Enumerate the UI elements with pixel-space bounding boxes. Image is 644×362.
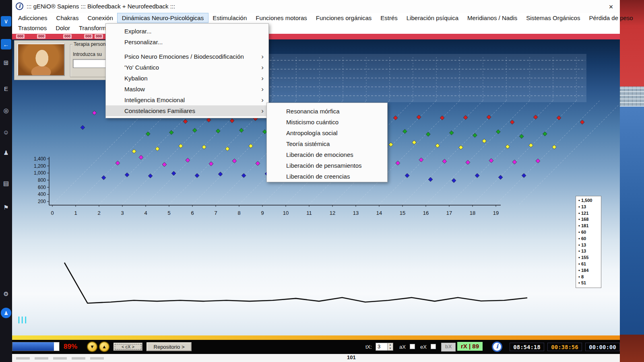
menu-item-label: Maslow xyxy=(124,86,145,93)
menu-bar-row-1: AdiccionesChakrasConexiónDinámicas Neuro… xyxy=(14,13,620,23)
therapy-group-label: Terapia person xyxy=(72,41,107,47)
tx-value: 3 xyxy=(378,343,380,350)
edge-app-icon[interactable]: E xyxy=(1,83,11,94)
submenu-arrow-icon: › xyxy=(261,62,264,73)
circle-up-button[interactable]: ▲ xyxy=(99,341,109,352)
submenu-item-liberacion-de-creencias[interactable]: Liberación de creencias xyxy=(267,171,387,182)
menu-item-estimulacion[interactable]: Estimulación xyxy=(208,13,251,23)
legend-value: • 181 xyxy=(578,223,601,229)
menu-item-dolor[interactable]: Dolor xyxy=(51,23,74,33)
menu-item-liberacion-psiquica[interactable]: Liberación psíquica xyxy=(402,13,463,23)
svg-text:7: 7 xyxy=(214,210,217,216)
cx-button[interactable]: < cX > xyxy=(114,343,142,351)
submenu-item-liberacion-de-pensamientos[interactable]: Liberación de pensamientos xyxy=(267,160,387,171)
repositorio-button[interactable]: Repositorio > xyxy=(147,342,192,351)
menu-item-estres[interactable]: Estrés xyxy=(376,13,402,23)
secondary-timer: 00:00:00 xyxy=(585,343,620,351)
svg-text:800: 800 xyxy=(38,177,46,183)
submenu-item-teoria-sistemica[interactable]: Teoría sistémica xyxy=(267,138,387,149)
app-grid-icon[interactable]: ⊞ xyxy=(1,58,11,68)
menu-item-label: Kybalion xyxy=(124,75,148,82)
menu-item-adicciones[interactable]: Adicciones xyxy=(14,13,52,23)
menu-item-meridianos-nadis[interactable]: Meridianos / Nadis xyxy=(463,13,522,23)
menu-item-kybalion[interactable]: Kybalion› xyxy=(106,73,268,84)
menu-item-psico-neuro-emociones-biodescodificacion[interactable]: Psico Neuro Emociones / Biodescodificaci… xyxy=(106,51,268,62)
spin-down-icon[interactable]: ▼ xyxy=(388,347,393,350)
submenu-item-misticismo-cuantico[interactable]: Misticismo cuántico xyxy=(267,117,387,128)
submenu-item-resonancia-morfica[interactable]: Resonancia mórfica xyxy=(267,106,387,117)
app-window: i ::: gENiO® Sapiens ::: Biofeedback + N… xyxy=(12,0,620,362)
settings-gear-icon[interactable]: ⚙ xyxy=(1,289,11,299)
menu-item-label: Explorar... xyxy=(124,28,152,35)
menu-item-inteligencia-emocional[interactable]: Inteligencia Emocional› xyxy=(106,95,268,105)
contacts-app-icon[interactable]: ♟ xyxy=(1,148,11,158)
progress-bar xyxy=(12,342,60,351)
legend-value: • 121 xyxy=(578,210,601,217)
ex-label: eX xyxy=(420,344,427,350)
counter-badge: 000 xyxy=(37,34,45,39)
collapse-chevron-icon[interactable]: ∨ xyxy=(1,16,11,27)
ax-label: aX xyxy=(399,344,406,350)
menu-item-personalizar[interactable]: Personalizar... xyxy=(106,37,268,47)
menu-item-label: Psico Neuro Emociones / Biodescodificaci… xyxy=(124,53,244,60)
menu-item-chakras[interactable]: Chakras xyxy=(52,13,83,23)
menu-item-explorar[interactable]: Explorar... xyxy=(106,26,268,37)
menu-item-trastornos[interactable]: Trastornos xyxy=(14,23,51,33)
svg-text:200: 200 xyxy=(38,199,46,204)
left-taskbar: ∨←⊞E◎☺♟▤⚑⚙♟ xyxy=(0,0,12,362)
wallpaper-blue-area xyxy=(620,107,644,335)
smiley-app-icon[interactable]: ☺ xyxy=(1,127,11,137)
window-title: ::: gENiO® Sapiens ::: Biofeedback + Neu… xyxy=(27,0,175,13)
submenu-item-liberacion-de-emociones[interactable]: Liberación de emociones xyxy=(267,149,387,160)
counter-badge: 000 xyxy=(84,34,93,39)
spin-up-icon[interactable]: ▲ xyxy=(388,343,393,347)
menu-item-label: Constelaciones Familiares xyxy=(124,107,195,114)
svg-text:4: 4 xyxy=(144,210,147,216)
legend-value: • 184 xyxy=(578,267,601,274)
bottom-partial-row: 101 xyxy=(12,354,620,362)
tx-spinner[interactable]: 3 ▲ ▼ xyxy=(376,343,393,351)
flag-app-icon[interactable]: ⚑ xyxy=(1,202,11,213)
circle-down-button[interactable]: ▼ xyxy=(87,341,97,352)
main-chart: 2004006008001,0001,2001,4000123456789101… xyxy=(12,39,620,335)
venus-thumbnail-image[interactable] xyxy=(17,43,65,76)
patient-panel: Terapia person Introduzca su xyxy=(14,40,120,80)
back-arrow-icon[interactable]: ← xyxy=(1,39,11,49)
submenu-arrow-icon: › xyxy=(261,51,264,62)
counter-badge: 000 xyxy=(16,34,25,39)
title-bar[interactable]: i ::: gENiO® Sapiens ::: Biofeedback + N… xyxy=(12,0,620,13)
submenu-arrow-icon: › xyxy=(261,95,264,105)
menu-item-sistemas-organicos[interactable]: Sistemas Orgánicos xyxy=(522,13,584,23)
submenu-constelaciones: Resonancia mórficaMisticismo cuánticoAnt… xyxy=(266,103,388,182)
tx-label: tX: xyxy=(365,344,372,350)
close-button[interactable]: × xyxy=(605,1,617,12)
menu-item-maslow[interactable]: Maslow› xyxy=(106,84,268,95)
menu-item-dinamicas-neuro-psicologicas[interactable]: Dinámicas Neuro-Psicológicas xyxy=(118,13,208,23)
chart-background: 2004006008001,0001,2001,4000123456789101… xyxy=(12,39,620,335)
ax-checkbox[interactable] xyxy=(410,344,415,349)
svg-text:1,000: 1,000 xyxy=(34,170,46,176)
menu-item-yo-cuantico[interactable]: 'Yo' Cuántico› xyxy=(106,62,268,73)
svg-text:1: 1 xyxy=(74,210,77,216)
tx-spinner-arrows[interactable]: ▲ ▼ xyxy=(387,343,393,350)
legend-value: • 1,500 xyxy=(578,197,601,204)
orange-band xyxy=(12,335,620,340)
menu-item-funciones-motoras[interactable]: Funciones motoras xyxy=(251,13,312,23)
submenu-item-antropologia-social[interactable]: Antropología social xyxy=(267,128,387,138)
menu-item-funciones-organicas[interactable]: Funciones orgánicas xyxy=(312,13,376,23)
menu-item-perdida-de-peso[interactable]: Pérdida de peso xyxy=(584,13,637,23)
menu-bar-row-2: TrastornosDolorTransformación xyxy=(14,23,620,33)
menu-item-constelaciones-familiares[interactable]: Constelaciones Familiares› xyxy=(106,105,268,116)
menu-item-conexion[interactable]: Conexión xyxy=(83,13,117,23)
wallpaper-building-image xyxy=(620,86,644,107)
progress-percent-label: 89% xyxy=(64,343,77,351)
archive-app-icon[interactable]: ▤ xyxy=(1,178,11,189)
legend-value: • 168 xyxy=(578,216,601,223)
info-icon[interactable]: i xyxy=(492,341,502,352)
record-app-icon[interactable]: ◎ xyxy=(1,105,11,116)
wallpaper-bottom-area xyxy=(620,335,644,362)
svg-text:600: 600 xyxy=(38,185,46,190)
user-avatar-icon[interactable]: ♟ xyxy=(1,308,11,318)
svg-text:12: 12 xyxy=(330,210,335,216)
ex-checkbox[interactable] xyxy=(431,344,436,349)
